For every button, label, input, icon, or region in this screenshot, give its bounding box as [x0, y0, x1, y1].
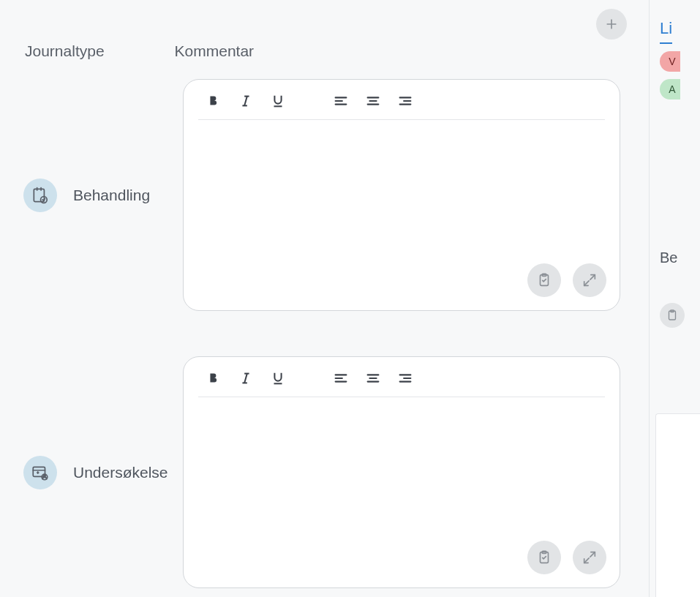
align-left-button[interactable]	[333, 370, 349, 386]
journal-type-label: Undersøkelse	[73, 464, 168, 481]
side-heading: Be	[660, 249, 700, 266]
bold-button[interactable]	[206, 370, 222, 386]
expand-button[interactable]	[573, 541, 606, 574]
clipboard-icon	[536, 549, 552, 566]
clipboard-button[interactable]	[527, 541, 561, 574]
editor-toolbar	[198, 370, 605, 397]
editor-actions	[527, 541, 606, 574]
side-link[interactable]: Li	[660, 19, 672, 44]
journal-type-cell: Undersøkelse	[23, 456, 183, 489]
side-clipboard-button[interactable]	[660, 303, 685, 328]
expand-icon	[582, 272, 598, 288]
align-right-button[interactable]	[397, 93, 413, 109]
editor-actions	[527, 263, 606, 297]
clipboard-button[interactable]	[527, 263, 561, 297]
italic-button[interactable]	[238, 93, 254, 109]
comment-editor	[183, 356, 620, 588]
header-kommentar: Kommentar	[175, 42, 255, 60]
behandling-icon	[23, 179, 57, 212]
bold-button[interactable]	[206, 93, 222, 109]
editor-toolbar	[198, 93, 605, 120]
side-panel: Li V A Be	[649, 0, 700, 597]
column-headers: Journaltype Kommentar	[0, 0, 649, 60]
expand-icon	[582, 549, 598, 566]
comment-editor	[183, 79, 620, 311]
align-left-button[interactable]	[333, 93, 349, 109]
status-chip-red[interactable]: V	[660, 51, 680, 72]
svg-line-25	[244, 374, 247, 383]
comment-textarea[interactable]	[198, 120, 605, 266]
status-chip-green[interactable]: A	[660, 79, 680, 100]
journal-type-label: Behandling	[73, 187, 150, 204]
journal-row: Behandling	[0, 79, 649, 311]
svg-line-6	[244, 97, 247, 106]
undersokelse-icon	[23, 456, 57, 489]
side-content-box	[655, 413, 700, 597]
header-journaltype: Journaltype	[25, 42, 105, 60]
clipboard-icon	[666, 309, 679, 322]
align-center-button[interactable]	[365, 93, 381, 109]
comment-textarea[interactable]	[198, 397, 605, 544]
align-center-button[interactable]	[365, 370, 381, 386]
plus-icon	[604, 17, 619, 31]
align-right-button[interactable]	[397, 370, 413, 386]
underline-button[interactable]	[270, 93, 286, 109]
add-journal-button[interactable]	[596, 9, 627, 40]
journal-row: Undersøkelse	[0, 356, 649, 588]
underline-button[interactable]	[270, 370, 286, 386]
clipboard-icon	[536, 272, 552, 288]
journal-main-panel: Journaltype Kommentar Behandling	[0, 0, 649, 597]
expand-button[interactable]	[573, 263, 606, 297]
italic-button[interactable]	[238, 370, 254, 386]
journal-type-cell: Behandling	[23, 179, 183, 212]
